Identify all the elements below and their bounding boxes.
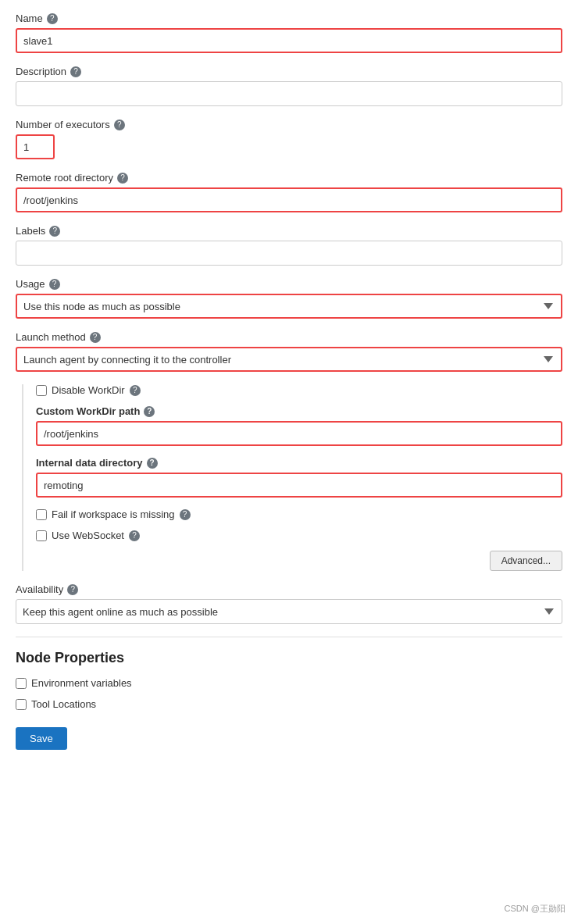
labels-field-group: Labels ? (16, 225, 562, 266)
labels-label: Labels ? (16, 225, 562, 237)
labels-help-icon[interactable]: ? (49, 226, 60, 237)
executors-field-group: Number of executors ? (16, 119, 562, 159)
launch-method-field-group: Launch method ? Launch agent by connecti… (16, 331, 562, 372)
launch-method-help-icon[interactable]: ? (90, 332, 101, 343)
description-field-group: Description ? (16, 66, 562, 106)
use-websocket-checkbox[interactable] (36, 530, 47, 541)
description-help-icon[interactable]: ? (70, 66, 81, 77)
tool-locations-checkbox[interactable] (16, 699, 27, 710)
divider (16, 637, 562, 637)
remote-root-label: Remote root directory ? (16, 172, 562, 184)
node-properties-section: Node Properties Environment variables To… (16, 650, 562, 710)
availability-field-group: Availability ? Keep this agent online as… (16, 583, 562, 624)
availability-label-text: Availability (16, 583, 63, 595)
fail-workspace-help-icon[interactable]: ? (180, 509, 191, 520)
remote-root-help-icon[interactable]: ? (117, 173, 128, 184)
internal-data-label-text: Internal data directory (36, 457, 143, 469)
availability-label: Availability ? (16, 583, 562, 595)
name-help-icon[interactable]: ? (47, 13, 58, 24)
availability-select[interactable]: Keep this agent online as much as possib… (16, 599, 562, 624)
env-variables-label: Environment variables (31, 677, 132, 689)
usage-help-icon[interactable]: ? (49, 279, 60, 290)
remote-root-input[interactable] (16, 187, 562, 212)
internal-data-label: Internal data directory ? (36, 457, 562, 469)
env-variables-row: Environment variables (16, 677, 562, 689)
description-input[interactable] (16, 81, 562, 106)
advanced-btn-row: Advanced... (36, 551, 562, 571)
name-label-text: Name (16, 12, 43, 24)
internal-data-input[interactable] (36, 473, 562, 498)
tool-locations-label: Tool Locations (31, 698, 96, 710)
custom-workdir-label-text: Custom WorkDir path (36, 405, 140, 417)
fail-workspace-label: Fail if workspace is missing (52, 508, 175, 520)
custom-workdir-help-icon[interactable]: ? (144, 406, 155, 417)
custom-workdir-label: Custom WorkDir path ? (36, 405, 562, 417)
use-websocket-help-icon[interactable]: ? (129, 530, 140, 541)
custom-workdir-input[interactable] (36, 421, 562, 446)
executors-input[interactable] (16, 134, 55, 159)
executors-label-text: Number of executors (16, 119, 110, 130)
fail-workspace-checkbox[interactable] (36, 509, 47, 520)
name-label: Name ? (16, 12, 562, 24)
internal-data-field-group: Internal data directory ? (36, 457, 562, 498)
usage-label: Usage ? (16, 278, 562, 290)
launch-method-options: Disable WorkDir ? Custom WorkDir path ? … (22, 384, 562, 571)
env-variables-checkbox[interactable] (16, 678, 27, 689)
launch-method-select[interactable]: Launch agent by connecting it to the con… (16, 347, 562, 372)
remote-root-label-text: Remote root directory (16, 172, 113, 184)
disable-workdir-label: Disable WorkDir (52, 384, 125, 396)
usage-field-group: Usage ? Use this node as much as possibl… (16, 278, 562, 319)
usage-label-text: Usage (16, 278, 45, 290)
name-input[interactable] (16, 28, 562, 53)
disable-workdir-row: Disable WorkDir ? (36, 384, 562, 396)
disable-workdir-checkbox[interactable] (36, 385, 47, 396)
use-websocket-label: Use WebSocket (52, 530, 124, 541)
labels-label-text: Labels (16, 225, 45, 237)
remote-root-field-group: Remote root directory ? (16, 172, 562, 212)
tool-locations-row: Tool Locations (16, 698, 562, 710)
description-label-text: Description (16, 66, 66, 77)
executors-label: Number of executors ? (16, 119, 562, 130)
labels-input[interactable] (16, 241, 562, 266)
use-websocket-row: Use WebSocket ? (36, 530, 562, 541)
executors-help-icon[interactable]: ? (114, 120, 125, 130)
fail-workspace-row: Fail if workspace is missing ? (36, 508, 562, 520)
name-field-group: Name ? (16, 12, 562, 53)
save-button[interactable]: Save (16, 727, 67, 750)
availability-help-icon[interactable]: ? (67, 584, 78, 595)
custom-workdir-field-group: Custom WorkDir path ? (36, 405, 562, 446)
node-properties-title: Node Properties (16, 650, 562, 666)
usage-select[interactable]: Use this node as much as possible Only b… (16, 294, 562, 319)
disable-workdir-help-icon[interactable]: ? (130, 385, 141, 396)
advanced-button[interactable]: Advanced... (490, 551, 562, 571)
launch-method-label-text: Launch method (16, 331, 86, 343)
internal-data-help-icon[interactable]: ? (147, 458, 158, 469)
launch-method-label: Launch method ? (16, 331, 562, 343)
watermark: CSDN @王勋阳 (505, 903, 566, 915)
description-label: Description ? (16, 66, 562, 77)
